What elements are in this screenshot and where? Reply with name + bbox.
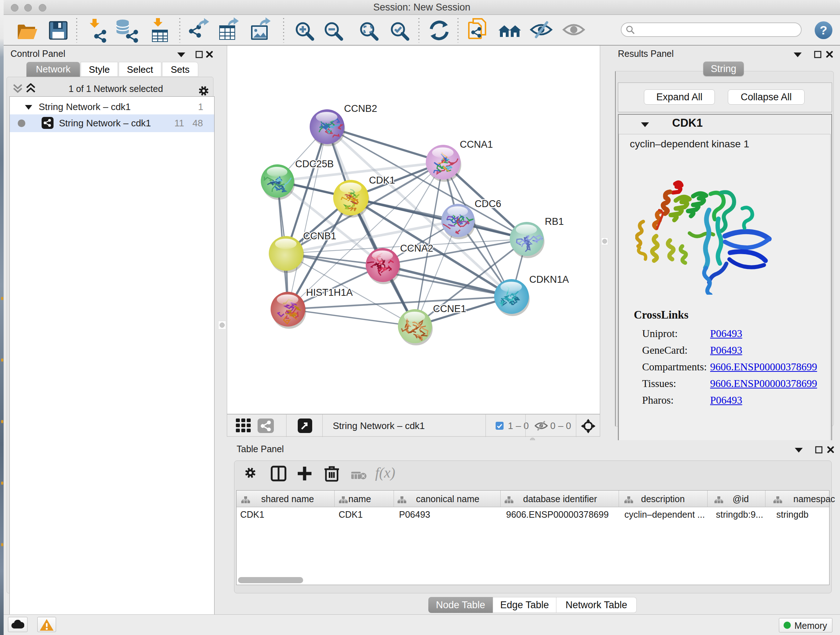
svg-text:CDKN1A: CDKN1A	[529, 274, 569, 285]
svg-text:CDC6: CDC6	[475, 198, 501, 209]
svg-text:HIST1H1A: HIST1H1A	[306, 287, 353, 298]
svg-text:CCNA1: CCNA1	[460, 139, 493, 150]
svg-text:CCNE1: CCNE1	[433, 303, 466, 314]
svg-text:CCNA2: CCNA2	[400, 243, 433, 254]
svg-text:CCNB1: CCNB1	[303, 231, 336, 241]
svg-text:CDK1: CDK1	[369, 175, 395, 186]
svg-text:CCNB2: CCNB2	[344, 103, 377, 114]
svg-text:RB1: RB1	[545, 216, 564, 227]
svg-text:CDC25B: CDC25B	[295, 158, 334, 169]
